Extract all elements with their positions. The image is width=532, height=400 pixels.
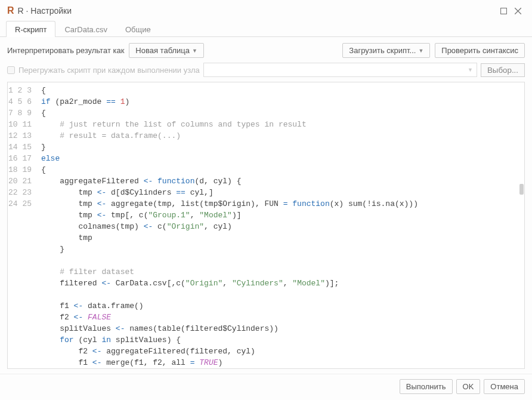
load-script-label: Загрузить скрипт...	[349, 46, 416, 55]
result-mode-value: Новая таблица	[135, 46, 190, 55]
window-title: R · Настройки	[18, 6, 496, 16]
reload-checkbox-label: Перегружать скрипт при каждом выполнении…	[18, 66, 200, 75]
scroll-thumb[interactable]	[519, 184, 524, 195]
titlebar: R R · Настройки	[0, 0, 532, 20]
app-icon: R	[7, 5, 14, 16]
ok-button[interactable]: OK	[456, 379, 481, 394]
caret-down-icon: ▼	[468, 67, 473, 73]
check-syntax-button[interactable]: Проверить синтаксис	[435, 43, 525, 58]
cancel-button[interactable]: Отмена	[484, 379, 525, 394]
tab-r-script[interactable]: R-скрипт	[6, 21, 55, 37]
tab-general[interactable]: Общие	[116, 21, 160, 37]
browse-button[interactable]: Выбор...	[481, 63, 525, 77]
result-mode-dropdown[interactable]: Новая таблица ▼	[129, 43, 204, 58]
run-button[interactable]: Выполнить	[400, 379, 453, 394]
svg-rect-0	[500, 8, 506, 14]
close-button[interactable]	[511, 5, 525, 17]
tab-bar: R-скрипт CarData.csv Общие	[0, 20, 532, 37]
scrollbar[interactable]	[518, 82, 524, 368]
load-script-button[interactable]: Загрузить скрипт... ▼	[342, 43, 430, 58]
maximize-button[interactable]	[496, 5, 511, 17]
line-gutter: 1 2 3 4 5 6 7 8 9 10 11 12 13 14 15 16 1…	[8, 82, 36, 368]
dialog-footer: Выполнить OK Отмена	[0, 374, 532, 400]
tab-cardata[interactable]: CarData.csv	[55, 21, 116, 37]
interpret-result-label: Интерпретировать результат как	[7, 46, 124, 55]
code-area[interactable]: { if (pa2r_mode == 1) { # just return th…	[36, 82, 524, 368]
reload-row: Перегружать скрипт при каждом выполнении…	[0, 63, 532, 82]
script-path-select[interactable]: ▼	[203, 63, 477, 77]
caret-down-icon: ▼	[192, 48, 197, 54]
caret-down-icon: ▼	[418, 48, 423, 54]
toolbar: Интерпретировать результат как Новая таб…	[0, 37, 532, 63]
reload-checkbox[interactable]	[7, 66, 15, 74]
code-editor[interactable]: 1 2 3 4 5 6 7 8 9 10 11 12 13 14 15 16 1…	[7, 82, 525, 369]
